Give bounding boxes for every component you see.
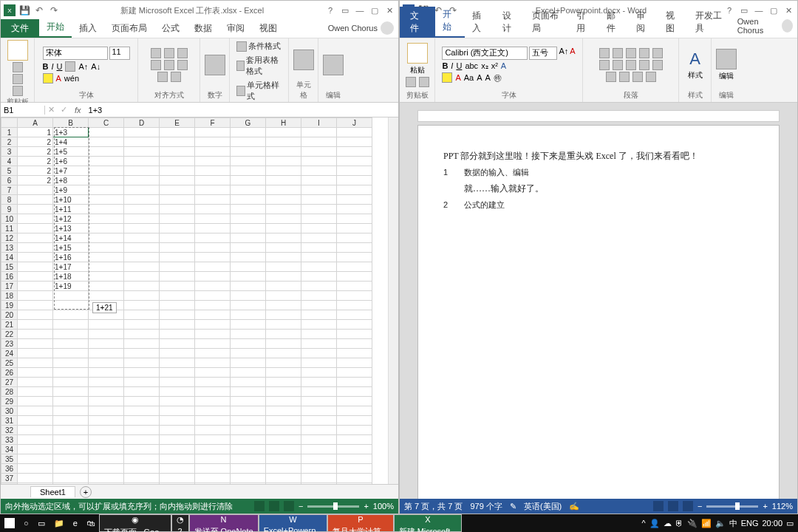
cell[interactable]	[301, 195, 337, 205]
cell[interactable]	[231, 368, 266, 378]
cell[interactable]	[195, 233, 231, 243]
cell[interactable]	[337, 128, 372, 137]
cell[interactable]	[337, 483, 372, 485]
cell[interactable]	[301, 464, 337, 474]
cell[interactable]	[301, 137, 337, 147]
cell[interactable]	[18, 454, 53, 464]
cell[interactable]	[337, 253, 372, 262]
cell[interactable]	[301, 320, 337, 330]
cell[interactable]	[53, 397, 89, 406]
cell[interactable]	[124, 387, 160, 397]
cell[interactable]	[89, 330, 124, 339]
cell[interactable]	[53, 368, 89, 378]
cell[interactable]	[89, 185, 124, 195]
cell[interactable]	[337, 330, 372, 339]
cell[interactable]	[124, 406, 160, 416]
cell[interactable]	[89, 368, 124, 378]
cell[interactable]	[53, 454, 89, 464]
track-changes-icon[interactable]: ✍	[569, 502, 579, 511]
cell[interactable]	[160, 464, 195, 474]
tray-cloud-icon[interactable]: ☁	[664, 519, 672, 528]
cell[interactable]	[231, 349, 266, 358]
cell-style-button[interactable]: 单元格样式	[234, 79, 284, 103]
cell[interactable]	[89, 262, 124, 272]
row-header[interactable]: 4	[1, 157, 18, 166]
cell[interactable]	[53, 358, 89, 368]
cell[interactable]	[18, 301, 53, 310]
cell[interactable]	[160, 330, 195, 339]
cell[interactable]	[160, 378, 195, 387]
tab-insert[interactable]: 插入	[72, 19, 104, 38]
row-header[interactable]: 3	[1, 147, 18, 157]
cell[interactable]	[231, 253, 266, 262]
multilevel-icon[interactable]	[626, 48, 636, 58]
cell[interactable]	[337, 320, 372, 330]
cell[interactable]	[231, 214, 266, 224]
row-header[interactable]: 33	[1, 435, 18, 445]
cell[interactable]	[18, 445, 53, 454]
cell[interactable]	[160, 426, 195, 435]
line-spacing-icon[interactable]	[652, 60, 663, 70]
cell[interactable]	[124, 233, 160, 243]
row-header[interactable]: 36	[1, 464, 18, 474]
cell[interactable]	[18, 330, 53, 339]
cell[interactable]	[195, 368, 231, 378]
cell[interactable]	[266, 474, 301, 483]
cell[interactable]	[231, 128, 266, 137]
bold-button[interactable]: B	[43, 62, 49, 71]
cell[interactable]	[195, 147, 231, 157]
italic-button[interactable]: I	[51, 62, 53, 71]
cell[interactable]	[89, 224, 124, 233]
cell[interactable]	[53, 435, 89, 445]
cell[interactable]	[18, 483, 53, 485]
cell[interactable]	[231, 243, 266, 253]
cell[interactable]	[195, 426, 231, 435]
cell[interactable]	[160, 291, 195, 301]
cell[interactable]	[124, 282, 160, 291]
cell[interactable]	[195, 339, 231, 349]
cell[interactable]	[266, 445, 301, 454]
tab-dev[interactable]: 开发工具	[688, 7, 732, 38]
cell[interactable]	[231, 157, 266, 166]
cell[interactable]	[301, 224, 337, 233]
cell[interactable]	[337, 214, 372, 224]
cell[interactable]	[231, 282, 266, 291]
cell[interactable]: 1+19	[53, 282, 89, 291]
help-icon[interactable]: ?	[323, 6, 338, 15]
cell[interactable]	[89, 339, 124, 349]
cell[interactable]	[160, 368, 195, 378]
cell[interactable]	[301, 301, 337, 310]
cell[interactable]	[195, 435, 231, 445]
cell[interactable]	[18, 291, 53, 301]
cell[interactable]	[231, 464, 266, 474]
cell[interactable]	[337, 387, 372, 397]
fx-icon[interactable]: fx	[70, 106, 86, 115]
cell[interactable]	[124, 147, 160, 157]
cell[interactable]	[18, 387, 53, 397]
zoom-in-button[interactable]: +	[763, 502, 767, 511]
cell[interactable]	[337, 137, 372, 147]
cell[interactable]	[231, 233, 266, 243]
paste-icon[interactable]	[407, 43, 428, 64]
row-header[interactable]: 15	[1, 262, 18, 272]
cell[interactable]	[337, 397, 372, 406]
column-header[interactable]: D	[124, 118, 160, 128]
zoom-slider[interactable]	[706, 505, 758, 508]
cell[interactable]	[337, 185, 372, 195]
cell[interactable]	[231, 435, 266, 445]
font-size-select[interactable]: 五号	[529, 47, 557, 60]
cell[interactable]	[18, 282, 53, 291]
cell[interactable]	[89, 176, 124, 185]
minimize-icon[interactable]: —	[352, 6, 367, 15]
cell[interactable]	[89, 233, 124, 243]
border-icon[interactable]	[65, 61, 75, 72]
align-right-icon[interactable]	[626, 60, 636, 70]
cell[interactable]	[18, 233, 53, 243]
row-header[interactable]: 29	[1, 397, 18, 406]
cell[interactable]	[18, 358, 53, 368]
cell[interactable]	[231, 301, 266, 310]
cell[interactable]	[266, 426, 301, 435]
cell[interactable]	[124, 358, 160, 368]
cell[interactable]	[18, 349, 53, 358]
cell[interactable]: 2	[18, 157, 53, 166]
